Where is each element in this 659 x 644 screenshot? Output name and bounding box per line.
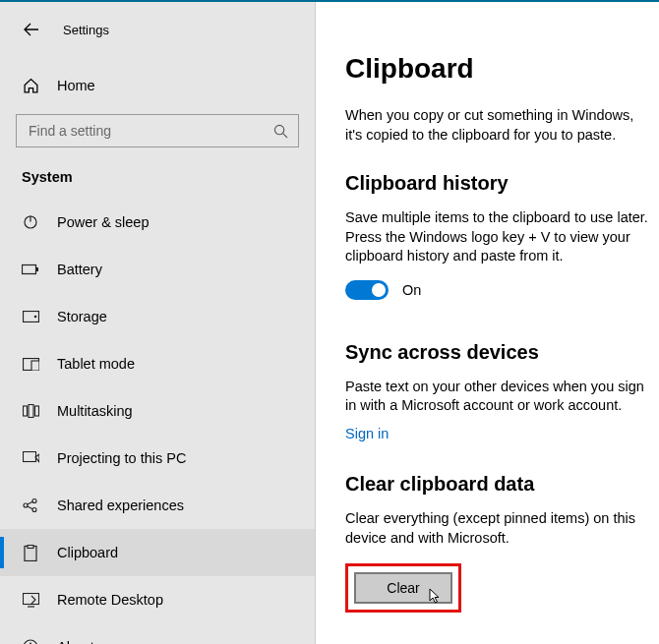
svg-point-0 bbox=[274, 125, 283, 134]
title-bar: Settings bbox=[0, 20, 315, 39]
sidebar-item-storage[interactable]: Storage bbox=[0, 293, 315, 340]
search-container bbox=[0, 114, 315, 147]
nav-home-label: Home bbox=[57, 78, 95, 93]
clear-button-label: Clear bbox=[387, 580, 419, 596]
svg-rect-5 bbox=[36, 267, 38, 271]
multitasking-icon bbox=[22, 402, 39, 420]
sidebar-item-multitasking[interactable]: Multitasking bbox=[0, 387, 315, 435]
storage-icon bbox=[22, 308, 39, 325]
clear-button-highlight: Clear bbox=[345, 563, 461, 613]
sidebar-item-shared-experiences[interactable]: Shared experiences bbox=[0, 482, 315, 529]
sidebar-item-label: Remote Desktop bbox=[57, 592, 163, 608]
sidebar-item-label: Clipboard bbox=[57, 545, 118, 560]
sync-text: Paste text on your other devices when yo… bbox=[345, 378, 653, 416]
home-icon bbox=[22, 77, 39, 94]
sidebar-item-label: Power & sleep bbox=[57, 214, 150, 230]
page-title: Clipboard bbox=[345, 53, 653, 85]
cursor-icon bbox=[429, 588, 443, 606]
svg-rect-9 bbox=[31, 361, 39, 371]
svg-line-18 bbox=[28, 506, 32, 509]
sidebar-item-power-sleep[interactable]: Power & sleep bbox=[0, 199, 315, 246]
svg-rect-21 bbox=[23, 593, 38, 604]
sidebar-item-label: Storage bbox=[57, 309, 107, 324]
sign-in-link[interactable]: Sign in bbox=[345, 426, 389, 441]
sidebar-item-tablet-mode[interactable]: Tablet mode bbox=[0, 340, 315, 387]
sidebar-item-label: About bbox=[57, 639, 94, 644]
sidebar-item-projecting[interactable]: Projecting to this PC bbox=[0, 435, 315, 482]
svg-rect-20 bbox=[28, 545, 33, 548]
clipboard-history-toggle-row: On bbox=[345, 280, 653, 300]
svg-point-14 bbox=[24, 503, 28, 507]
back-button[interactable] bbox=[22, 20, 41, 39]
projecting-icon bbox=[22, 449, 39, 467]
clipboard-history-text: Save multiple items to the clipboard to … bbox=[345, 208, 653, 266]
toggle-state-label: On bbox=[402, 282, 421, 298]
sidebar-item-label: Battery bbox=[57, 262, 102, 277]
sync-heading: Sync across devices bbox=[345, 341, 653, 364]
sidebar-item-label: Shared experiences bbox=[57, 498, 184, 513]
sidebar-item-label: Multitasking bbox=[57, 403, 133, 419]
svg-rect-11 bbox=[29, 405, 33, 418]
sidebar-item-battery[interactable]: Battery bbox=[0, 246, 315, 293]
sidebar-item-about[interactable]: About bbox=[0, 623, 315, 644]
sidebar-item-clipboard[interactable]: Clipboard bbox=[0, 529, 315, 576]
shared-icon bbox=[22, 497, 39, 514]
section-heading-system: System bbox=[0, 165, 315, 189]
sidebar-item-label: Projecting to this PC bbox=[57, 450, 186, 466]
svg-point-7 bbox=[33, 316, 36, 319]
svg-rect-10 bbox=[23, 406, 27, 416]
power-icon bbox=[22, 213, 39, 231]
sidebar: Settings Home System Power & sleep Batte… bbox=[0, 2, 316, 644]
clear-text: Clear everything (except pinned items) o… bbox=[345, 509, 653, 548]
clear-heading: Clear clipboard data bbox=[345, 473, 653, 496]
svg-rect-12 bbox=[34, 406, 38, 416]
nav-home[interactable]: Home bbox=[0, 67, 315, 104]
arrow-left-icon bbox=[24, 22, 39, 37]
search-box[interactable] bbox=[16, 114, 299, 147]
sidebar-item-label: Tablet mode bbox=[57, 356, 135, 372]
svg-line-1 bbox=[283, 133, 287, 137]
search-input[interactable] bbox=[27, 122, 273, 140]
battery-icon bbox=[22, 261, 39, 278]
svg-rect-13 bbox=[23, 452, 35, 462]
intro-text: When you copy or cut something in Window… bbox=[345, 106, 653, 145]
clear-button[interactable]: Clear bbox=[354, 572, 452, 604]
clipboard-history-heading: Clipboard history bbox=[345, 172, 653, 195]
window-title: Settings bbox=[63, 23, 109, 37]
svg-rect-4 bbox=[23, 265, 36, 274]
clipboard-history-toggle[interactable] bbox=[345, 280, 389, 300]
info-icon bbox=[22, 638, 39, 644]
main-content: Clipboard When you copy or cut something… bbox=[316, 2, 659, 644]
tablet-icon bbox=[22, 355, 39, 373]
svg-line-17 bbox=[28, 501, 32, 504]
sidebar-item-remote-desktop[interactable]: Remote Desktop bbox=[0, 576, 315, 623]
svg-point-16 bbox=[32, 508, 36, 512]
svg-point-15 bbox=[32, 499, 36, 503]
search-icon bbox=[273, 124, 288, 139]
remote-desktop-icon bbox=[22, 591, 39, 609]
clipboard-icon bbox=[22, 544, 39, 561]
